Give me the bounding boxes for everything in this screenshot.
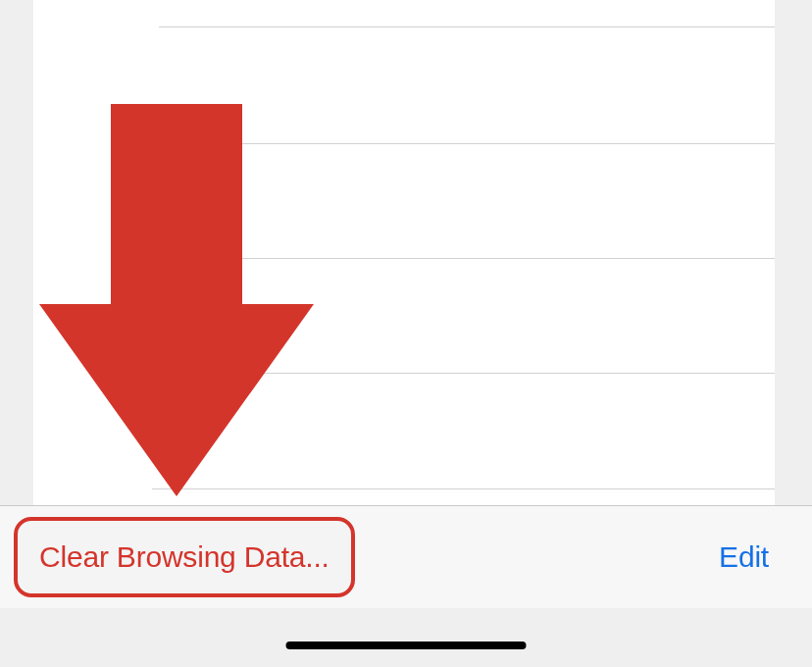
clear-browsing-data-button[interactable]: Clear Browsing Data... bbox=[14, 517, 355, 597]
list-separator bbox=[152, 373, 775, 374]
list-separator bbox=[152, 143, 775, 144]
edit-button[interactable]: Edit bbox=[719, 540, 769, 574]
home-indicator[interactable] bbox=[286, 641, 527, 649]
list-separator bbox=[159, 26, 775, 27]
list-separator bbox=[152, 488, 775, 489]
list-separator bbox=[152, 258, 775, 259]
content-list-area[interactable] bbox=[33, 0, 775, 505]
list-container bbox=[33, 0, 775, 505]
bottom-toolbar: Clear Browsing Data... Edit bbox=[0, 505, 812, 608]
